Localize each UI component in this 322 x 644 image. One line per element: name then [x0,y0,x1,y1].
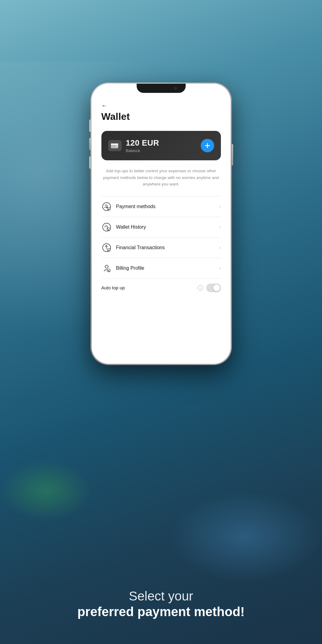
menu-list: $ Payment methods › [101,196,221,279]
billing-profile-svg-icon: $ [102,264,111,273]
svg-rect-1 [111,143,118,145]
phone-device: ← Wallet [91,83,232,365]
svg-point-15 [105,265,108,268]
balance-label: Balance [126,148,159,153]
notch-camera [174,87,177,90]
toggle-thumb [213,284,220,291]
tagline-line1: Select your [129,589,193,604]
phone-screen: ← Wallet [92,84,231,364]
financial-transactions-label: Financial Transactions [116,245,215,250]
payment-methods-label: Payment methods [116,204,215,209]
auto-topup-info-icon[interactable]: i [198,285,203,291]
svg-point-3 [116,146,117,147]
balance-amount: 120 EUR [126,138,159,148]
phone-inner: ← Wallet [92,84,231,364]
financial-svg-icon: $ [102,243,111,252]
financial-transactions-chevron: › [219,245,221,250]
plus-icon [204,142,211,149]
auto-topup-toggle[interactable] [206,284,221,292]
wallet-history-label: Wallet History [116,224,215,230]
financial-transactions-icon: $ [101,242,112,253]
billing-profile-label: Billing Profile [116,265,215,271]
menu-item-billing-profile[interactable]: $ Billing Profile › [101,258,221,279]
menu-item-financial-transactions[interactable]: $ Financial Transactions › [101,238,221,258]
wallet-history-icon: $ [101,222,112,232]
phone-outer-shell: ← Wallet [91,83,232,365]
phone-notch [137,84,186,93]
payment-methods-chevron: › [219,204,221,209]
back-button[interactable]: ← [101,102,108,109]
menu-item-payment-methods[interactable]: $ Payment methods › [101,196,221,217]
svg-text:$: $ [108,229,109,231]
auto-topup-label: Auto top up [101,285,195,290]
tagline-line2: preferred payment method! [77,604,244,619]
svg-text:$: $ [108,270,109,272]
balance-left: 120 EUR Balance [108,138,159,153]
payment-methods-icon: $ [101,201,112,212]
add-balance-button[interactable] [201,139,214,152]
tagline-section: Select your preferred payment method! [0,521,322,644]
menu-item-wallet-history[interactable]: $ Wallet History › [101,217,221,238]
billing-profile-icon: $ [101,263,112,273]
svg-text:$: $ [108,208,109,211]
billing-profile-chevron: › [219,265,221,271]
description-text: Add top-ups to better control your expen… [101,168,221,188]
wallet-card-icon [108,140,122,151]
auto-topup-row: Auto top up i [101,279,221,297]
wallet-svg-icon [111,143,119,149]
page-title: Wallet [101,111,221,122]
screen-content: ← Wallet [92,96,231,364]
balance-info: 120 EUR Balance [126,138,159,153]
svg-text:$: $ [108,249,109,252]
wallet-history-chevron: › [219,224,221,230]
bg-green-glow [0,460,92,521]
payment-svg-icon: $ [102,202,111,211]
balance-card: 120 EUR Balance [101,131,221,160]
wallet-history-svg-icon: $ [102,223,111,232]
